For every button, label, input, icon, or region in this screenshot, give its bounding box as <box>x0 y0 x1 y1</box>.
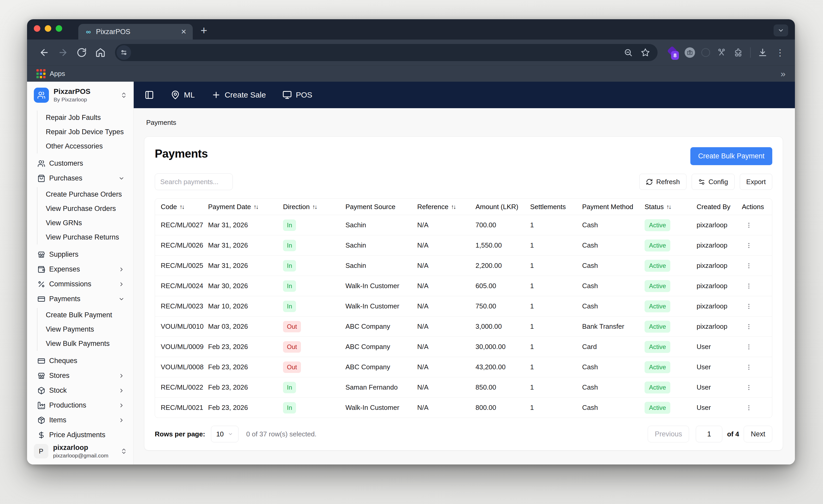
sidebar-item-purchases[interactable]: Purchases <box>36 171 127 186</box>
forward-icon[interactable] <box>58 47 68 58</box>
bookmarks-overflow-icon[interactable]: » <box>781 69 786 79</box>
row-actions-menu-icon[interactable] <box>746 222 752 228</box>
sidebar-item-productions[interactable]: Productions <box>36 398 127 413</box>
next-page-button[interactable]: Next <box>744 426 772 442</box>
site-settings-button[interactable] <box>117 45 131 60</box>
row-actions-menu-icon[interactable] <box>746 384 752 391</box>
sidebar-item-view-purchase-returns[interactable]: View Purchase Returns <box>45 230 127 244</box>
sidebar-item-view-bulk-payments[interactable]: View Bulk Payments <box>45 337 127 351</box>
sort-icon[interactable]: ↑↓ <box>451 203 456 210</box>
create-sale-button[interactable]: Create Sale <box>211 90 266 100</box>
keys-extension-icon[interactable] <box>717 48 726 57</box>
sort-icon[interactable]: ↑↓ <box>179 203 184 210</box>
home-icon[interactable] <box>95 47 106 58</box>
sidebar-item-view-grns[interactable]: View GRNs <box>45 216 127 230</box>
cell-reference: N/A <box>417 323 476 331</box>
disabled-extension-icon[interactable] <box>701 48 710 57</box>
zoom-icon[interactable] <box>624 48 633 57</box>
refresh-button[interactable]: Refresh <box>639 174 686 190</box>
col-code[interactable]: Code↑↓ <box>155 203 208 211</box>
col-status[interactable]: Status↑↓ <box>645 203 697 211</box>
sidebar-item-items[interactable]: Items <box>36 413 127 428</box>
reload-icon[interactable] <box>76 47 87 58</box>
extension-badge-icon[interactable]: 8 <box>667 47 678 58</box>
location-selector[interactable]: ML <box>171 90 195 100</box>
sidebar-item-commissions[interactable]: Commissions <box>36 277 127 292</box>
sidebar-item-stock[interactable]: Stock <box>36 383 127 398</box>
chevrons-up-down-icon[interactable] <box>121 448 127 455</box>
apps-bookmark[interactable]: Apps <box>50 70 65 78</box>
chevrons-up-down-icon[interactable] <box>121 92 127 99</box>
create-bulk-payment-button[interactable]: Create Bulk Payment <box>690 147 772 165</box>
table-body: REC/ML/0027Mar 31, 2026InSachinN/A700.00… <box>155 215 772 417</box>
sidebar-item-payments[interactable]: Payments <box>36 292 127 306</box>
back-icon[interactable] <box>39 47 49 58</box>
col-direction[interactable]: Direction↑↓ <box>283 203 345 211</box>
browser-tab[interactable]: ∞ PixzarPOS ✕ <box>78 24 193 39</box>
new-tab-button[interactable]: + <box>200 24 207 37</box>
sidebar-item-create-bulk-payment[interactable]: Create Bulk Payment <box>45 308 127 322</box>
tab-close-icon[interactable]: ✕ <box>181 28 186 36</box>
sidebar-item-cheques[interactable]: Cheques <box>36 353 127 368</box>
export-button[interactable]: Export <box>740 174 772 190</box>
browser-menu-icon[interactable]: ⋮ <box>776 47 785 58</box>
payments-card: Payments Create Bulk Payment Refresh Con… <box>144 137 783 451</box>
sidebar-item-price-adjustments[interactable]: Price Adjustments <box>36 428 127 440</box>
status-badge: Active <box>645 321 670 333</box>
minimize-window-button[interactable] <box>45 25 51 32</box>
sidebar-item-expenses[interactable]: Expenses <box>36 262 127 277</box>
row-actions-menu-icon[interactable] <box>746 364 752 371</box>
sidebar-item-create-purchase-orders[interactable]: Create Purchase Orders <box>45 187 127 201</box>
bookmark-star-icon[interactable] <box>641 48 650 57</box>
sort-icon[interactable]: ↑↓ <box>312 203 317 210</box>
cell-direction: Out <box>283 321 345 332</box>
sidebar-header[interactable]: PixzarPOS By Pixzarloop <box>27 81 134 106</box>
rows-per-page-select[interactable]: 10 <box>211 426 238 442</box>
table-row: REC/ML/0021Feb 23, 2026InWalk-In Custome… <box>155 397 772 417</box>
row-actions-menu-icon[interactable] <box>746 303 752 310</box>
cell-reference: N/A <box>417 403 476 412</box>
extensions-puzzle-icon[interactable] <box>733 48 743 57</box>
cell-actions <box>742 364 772 371</box>
cell-payment-date: Feb 23, 2026 <box>208 343 283 351</box>
sort-icon[interactable]: ↑↓ <box>254 203 258 210</box>
sort-icon[interactable]: ↑↓ <box>666 203 671 210</box>
sidebar-item-stores[interactable]: Stores <box>36 368 127 383</box>
sidebar-item-other-accessories[interactable]: Other Accessories <box>45 139 127 153</box>
camera-extension-icon[interactable] <box>685 47 695 58</box>
row-actions-menu-icon[interactable] <box>746 323 752 330</box>
cell-amount: 3,000.00 <box>476 323 530 331</box>
cell-status: Active <box>645 219 697 231</box>
sidebar-item-repair-job-device-types[interactable]: Repair Job Device Types <box>45 125 127 139</box>
close-window-button[interactable] <box>34 25 40 32</box>
downloads-icon[interactable] <box>758 48 767 57</box>
pos-button[interactable]: POS <box>283 90 312 100</box>
sidebar-item-repair-job-faults[interactable]: Repair Job Faults <box>45 111 127 125</box>
user-name: pixzarloop <box>53 444 116 452</box>
cell-reference: N/A <box>417 221 476 229</box>
row-actions-menu-icon[interactable] <box>746 404 752 411</box>
row-actions-menu-icon[interactable] <box>746 242 752 249</box>
sidebar-item-customers[interactable]: Customers <box>36 156 127 171</box>
sidebar: PixzarPOS By Pixzarloop Repair Job Fault… <box>27 81 134 465</box>
sidebar-item-suppliers[interactable]: Suppliers <box>36 247 127 262</box>
maximize-window-button[interactable] <box>56 25 62 32</box>
col-payment-date[interactable]: Payment Date↑↓ <box>208 203 283 211</box>
row-actions-menu-icon[interactable] <box>746 263 752 269</box>
col-reference[interactable]: Reference↑↓ <box>417 203 476 211</box>
row-actions-menu-icon[interactable] <box>746 283 752 290</box>
config-button[interactable]: Config <box>692 174 734 190</box>
sidebar-item-view-purchase-orders[interactable]: View Purchase Orders <box>45 201 127 216</box>
sidebar-user[interactable]: P pixzarloop pixzarloop@gmail.com <box>27 440 134 465</box>
address-bar[interactable] <box>115 44 658 61</box>
search-input[interactable] <box>155 173 233 190</box>
sidebar-toggle-button[interactable] <box>145 90 154 100</box>
page-number-input[interactable] <box>696 426 722 442</box>
row-actions-menu-icon[interactable] <box>746 344 752 350</box>
status-badge: Active <box>645 280 670 292</box>
sidebar-item-view-payments[interactable]: View Payments <box>45 322 127 337</box>
cell-created-by: User <box>697 383 742 391</box>
previous-page-button[interactable]: Previous <box>648 426 689 442</box>
tab-search-chevron-button[interactable] <box>774 24 788 36</box>
direction-in-badge: In <box>283 301 296 312</box>
